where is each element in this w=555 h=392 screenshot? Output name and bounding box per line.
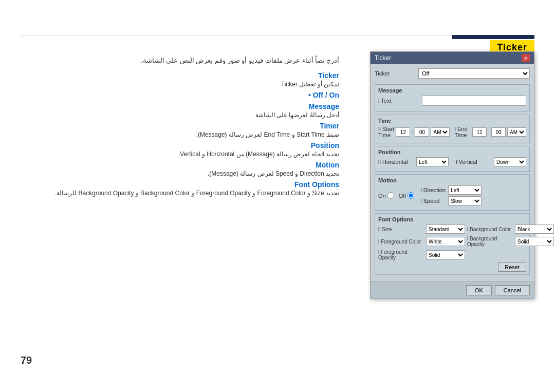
bg-color-select[interactable]: Black White <box>515 225 554 234</box>
motion-row: On Off l Direction Left Right <box>378 185 526 206</box>
fg-opacity-row: l Foreground Opacity Solid Transparent <box>378 249 465 260</box>
bg-color-row: l Background Color Black White <box>467 225 554 234</box>
top-right-block <box>452 35 534 39</box>
motion-off-radio[interactable] <box>408 192 414 199</box>
fg-color-label: l Foreground Color <box>378 239 424 245</box>
direction-select[interactable]: Left Right <box>448 185 482 195</box>
fg-color-row: l Foreground Color White Black <box>378 236 465 247</box>
motion-on-group: On Off <box>378 192 414 199</box>
fg-opacity-select[interactable]: Solid Transparent <box>426 250 465 259</box>
message-title: Message <box>378 87 526 94</box>
section-font: Font Options تحديد Size و Foreground Col… <box>21 180 339 197</box>
motion-right-panel: l Direction Left Right l Speed Slow Norm… <box>420 185 482 206</box>
ok-button[interactable]: OK <box>466 285 492 295</box>
horizontal-label: ll Horizontal <box>378 159 413 165</box>
sep1 <box>375 82 530 82</box>
ticker-select[interactable]: Off On <box>418 68 530 79</box>
section-message: Message أدخل رسالةً لعرضها على الشاشة <box>21 102 339 119</box>
time-section: Time ll Start Time : AM PM l End Time : <box>375 115 530 143</box>
end-ampm-select[interactable]: AM PM <box>507 127 526 137</box>
dialog-close-button[interactable]: ✕ <box>522 54 530 62</box>
ticker-row: Ticker Off On <box>375 68 530 79</box>
position-title: Position <box>378 149 526 155</box>
section-title-timer: Timer <box>21 122 339 130</box>
section-title-message: Message <box>21 102 339 110</box>
content-area: أدرج نصاً أثناء عرض ملفات فيديو أو صور و… <box>21 46 534 371</box>
direction-label: l Direction <box>420 187 446 193</box>
speed-select[interactable]: Slow Normal Fast <box>448 196 482 206</box>
size-row: ll Size Standard Small Large <box>378 225 465 234</box>
arabic-intro: أدرج نصاً أثناء عرض ملفات فيديو أو صور و… <box>21 57 339 64</box>
dialog-titlebar: Ticker ✕ <box>371 52 534 64</box>
section-desc-motion: تحديد Direction و Speed لعرض رسالة (Mess… <box>21 170 339 177</box>
position-section: Position ll Horizontal Left Right l Vert… <box>375 146 530 172</box>
section-ticker: Ticker تمكين أو تعطيل Ticker. <box>21 71 339 88</box>
section-motion: Motion تحديد Direction و Speed لعرض رسال… <box>21 161 339 177</box>
vertical-label: l Vertical <box>456 159 491 165</box>
size-label: ll Size <box>378 227 424 232</box>
motion-on-radio[interactable] <box>387 192 394 199</box>
font-section: Font Options ll Size Standard Small Larg… <box>375 213 530 275</box>
start-time-label: ll Start Time <box>378 126 394 138</box>
section-desc-message: أدخل رسالةً لعرضها على الشاشة <box>21 111 339 119</box>
dialog-footer: OK Cancel <box>371 282 534 298</box>
direction-row: l Direction Left Right <box>420 185 482 195</box>
text-panel: أدرج نصاً أثناء عرض ملفات فيديو أو صور و… <box>21 57 339 200</box>
motion-off-label: Off <box>399 193 406 199</box>
horizontal-select[interactable]: Left Right <box>416 157 449 166</box>
message-text-row: l Text <box>378 96 526 106</box>
message-text-input[interactable] <box>422 96 526 106</box>
page-number: 79 <box>21 354 32 366</box>
time-title: Time <box>378 118 526 124</box>
motion-title: Motion <box>378 177 526 183</box>
fg-opacity-label: l Foreground Opacity <box>378 249 424 260</box>
reset-row: Reset <box>378 263 526 272</box>
section-title-position: Position <box>21 141 339 150</box>
start-min-input[interactable] <box>415 127 429 137</box>
font-grid: ll Size Standard Small Large l Backgroun… <box>378 225 526 260</box>
message-text-label: l Text <box>378 98 422 104</box>
vertical-select[interactable]: Down Up <box>494 157 526 166</box>
ticker-label: Ticker <box>375 70 418 77</box>
end-min-input[interactable] <box>491 127 506 137</box>
fg-color-select[interactable]: White Black <box>426 237 465 246</box>
bg-opacity-row: l Background Opacity Solid Transparent <box>467 236 554 247</box>
end-hour-input[interactable] <box>472 127 487 137</box>
bg-color-label: l Background Color <box>467 227 513 232</box>
end-time-label: l End Time <box>455 126 471 138</box>
dialog-body: Ticker Off On Message l Text Time ll <box>371 64 534 282</box>
bg-opacity-select[interactable]: Solid Transparent <box>515 237 554 246</box>
section-title-motion: Motion <box>21 161 339 169</box>
section-title-font: Font Options <box>21 180 339 189</box>
section-title-ticker: Ticker <box>21 71 339 80</box>
motion-section: Motion On Off l Direction Left Rig <box>375 174 530 211</box>
section-position: Position تحديد اتجاه لعرض رسالة (Message… <box>21 141 339 158</box>
reset-button[interactable]: Reset <box>498 263 526 272</box>
position-row: ll Horizontal Left Right l Vertical Down… <box>378 157 526 166</box>
section-timer: Timer ضبط Start Time و End Time لعرض رسا… <box>21 122 339 138</box>
speed-row: l Speed Slow Normal Fast <box>420 196 482 206</box>
start-ampm-select[interactable]: AM PM <box>431 127 450 137</box>
cancel-button[interactable]: Cancel <box>495 285 530 295</box>
ticker-dialog: Ticker ✕ Ticker Off On Message l Text <box>370 51 534 299</box>
speed-label: l Speed <box>420 198 446 204</box>
section-desc-timer: ضبط Start Time و End Time لعرض رسالة (Me… <box>21 131 339 138</box>
message-section: Message l Text <box>375 84 530 112</box>
start-time-row: ll Start Time : AM PM l End Time : AM <box>378 126 526 138</box>
section-desc-ticker: تمكين أو تعطيل Ticker. <box>21 81 339 88</box>
font-title: Font Options <box>378 216 526 222</box>
motion-on-label: On <box>378 193 386 199</box>
section-desc-position: تحديد اتجاه لعرض رسالة (Message) من Hori… <box>21 151 339 158</box>
section-desc-font: تحديد Size و Foreground Color و Foregrou… <box>21 190 339 197</box>
section-title-offon: Off / On • <box>21 91 339 99</box>
bg-opacity-label: l Background Opacity <box>467 236 513 247</box>
size-select[interactable]: Standard Small Large <box>426 225 465 234</box>
dialog-title: Ticker <box>375 54 391 62</box>
start-hour-input[interactable] <box>396 127 410 137</box>
section-offon: Off / On • <box>21 91 339 99</box>
